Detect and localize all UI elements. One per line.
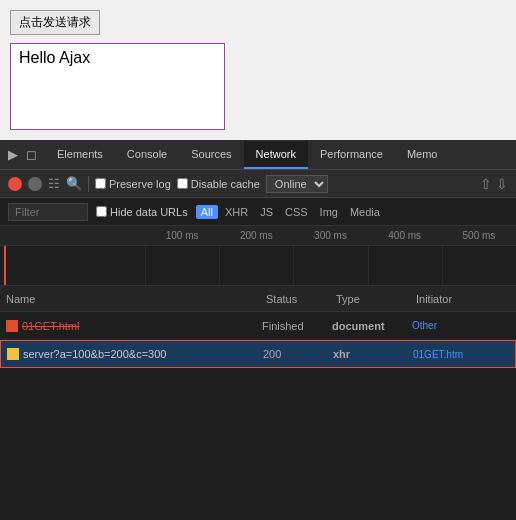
filter-input[interactable]	[8, 203, 88, 221]
tab-performance[interactable]: Performance	[308, 141, 395, 169]
hide-data-urls-label[interactable]: Hide data URLs	[96, 206, 188, 218]
devtools-panel: ▶ ◻ Elements Console Sources Network Per…	[0, 140, 516, 520]
search-icon[interactable]: 🔍	[66, 176, 82, 191]
upload-icon[interactable]: ⇧	[480, 176, 492, 192]
filter-type-buttons: All XHR JS CSS Img Media	[196, 205, 385, 219]
upload-icons: ⇧ ⇩	[480, 176, 508, 192]
row-type-0: document	[332, 320, 412, 332]
html-icon	[6, 320, 18, 332]
row-status-0: Finished	[262, 320, 332, 332]
browser-top: 点击发送请求 Hello Ajax	[0, 0, 516, 140]
devtools-filter: Hide data URLs All XHR JS CSS Img Media	[0, 198, 516, 226]
timeline-label-2: 300 ms	[293, 230, 367, 241]
cursor-icon[interactable]: ▶	[8, 147, 18, 162]
send-request-button[interactable]: 点击发送请求	[10, 10, 100, 35]
button-area: 点击发送请求	[10, 10, 506, 35]
timeline-label-3: 400 ms	[368, 230, 442, 241]
filter-icon[interactable]: ☷	[48, 176, 60, 191]
grid-line-4	[442, 246, 516, 285]
timeline-label-0: 100 ms	[145, 230, 219, 241]
tab-console[interactable]: Console	[115, 141, 179, 169]
table-row[interactable]: 01GET.html Finished document Other	[0, 312, 516, 340]
tab-memo[interactable]: Memo	[395, 141, 450, 169]
clear-button[interactable]	[28, 177, 42, 191]
waterfall-red-line	[4, 246, 6, 285]
row-initiator-0: Other	[412, 320, 510, 331]
timeline-labels: 100 ms 200 ms 300 ms 400 ms 500 ms	[145, 230, 516, 241]
grid-line-3	[368, 246, 442, 285]
disable-cache-checkbox[interactable]	[177, 178, 188, 189]
col-header-status: Status	[266, 293, 336, 305]
toolbar-separator	[88, 176, 89, 192]
filter-img[interactable]: Img	[315, 205, 343, 219]
grid-line-1	[219, 246, 293, 285]
table-row[interactable]: server?a=100&b=200&c=300 200 xhr 01GET.h…	[0, 340, 516, 368]
col-header-initiator: Initiator	[416, 293, 510, 305]
hide-data-urls-checkbox[interactable]	[96, 206, 107, 217]
row-initiator-1: 01GET.htm	[413, 349, 509, 360]
preserve-log-label[interactable]: Preserve log	[95, 178, 171, 190]
timeline-header: 100 ms 200 ms 300 ms 400 ms 500 ms	[0, 226, 516, 246]
filter-media[interactable]: Media	[345, 205, 385, 219]
table-body: 01GET.html Finished document Other serve…	[0, 312, 516, 520]
devtools-toolbar: ☷ 🔍 Preserve log Disable cache Online ⇧ …	[0, 170, 516, 198]
tab-network[interactable]: Network	[244, 141, 308, 169]
content-box: Hello Ajax	[10, 43, 225, 130]
responsive-icon[interactable]: ◻	[26, 147, 37, 162]
download-icon[interactable]: ⇩	[496, 176, 508, 192]
filter-js[interactable]: JS	[255, 205, 278, 219]
row-name-1: server?a=100&b=200&c=300	[23, 348, 263, 360]
disable-cache-label[interactable]: Disable cache	[177, 178, 260, 190]
table-header: Name Status Type Initiator	[0, 286, 516, 312]
waterfall-area	[0, 246, 516, 286]
devtools-icon-bar: ▶ ◻	[0, 140, 45, 169]
tab-elements[interactable]: Elements	[45, 141, 115, 169]
col-header-type: Type	[336, 293, 416, 305]
timeline-label-1: 200 ms	[219, 230, 293, 241]
filter-css[interactable]: CSS	[280, 205, 313, 219]
devtools-tabs: ▶ ◻ Elements Console Sources Network Per…	[0, 140, 516, 170]
row-status-1: 200	[263, 348, 333, 360]
row-name-0: 01GET.html	[22, 320, 262, 332]
tab-sources[interactable]: Sources	[179, 141, 243, 169]
row-type-1: xhr	[333, 348, 413, 360]
record-button[interactable]	[8, 177, 22, 191]
grid-line-2	[293, 246, 367, 285]
col-header-name: Name	[6, 293, 266, 305]
content-text: Hello Ajax	[19, 49, 90, 66]
grid-line-0	[145, 246, 219, 285]
xhr-icon	[7, 348, 19, 360]
preserve-log-checkbox[interactable]	[95, 178, 106, 189]
timeline-label-4: 500 ms	[442, 230, 516, 241]
network-throttle-select[interactable]: Online	[266, 175, 328, 193]
filter-all[interactable]: All	[196, 205, 218, 219]
waterfall-grid	[145, 246, 516, 285]
filter-xhr[interactable]: XHR	[220, 205, 253, 219]
